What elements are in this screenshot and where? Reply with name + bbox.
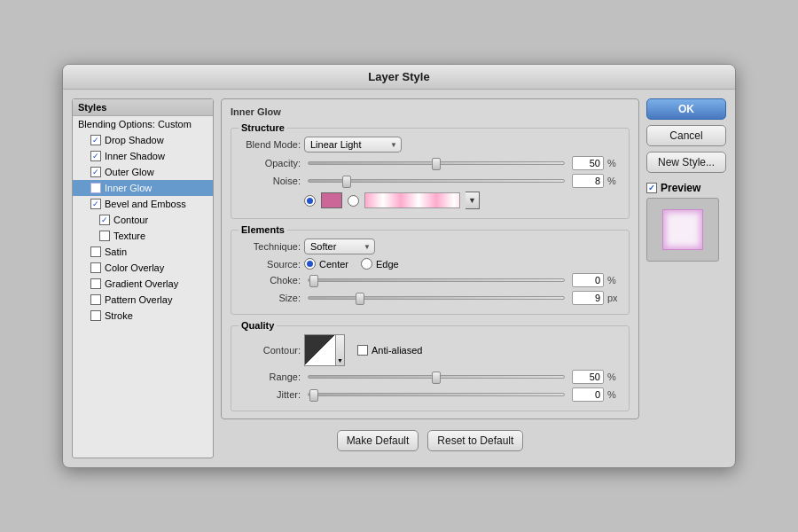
color-overlay-checkbox[interactable] [90, 262, 101, 273]
anti-aliased-checkbox[interactable] [357, 345, 368, 356]
sidebar: Styles Blending Options: Custom Drop Sha… [72, 98, 214, 458]
satin-checkbox[interactable] [90, 246, 101, 257]
source-label: Source: [239, 259, 301, 270]
contour-dropdown-arrow[interactable]: ▼ [336, 334, 345, 366]
blend-mode-select-wrapper[interactable]: Linear Light [304, 137, 402, 153]
contour-label: Contour [113, 215, 148, 225]
opacity-slider[interactable] [308, 161, 565, 165]
gradient-overlay-checkbox[interactable] [90, 278, 101, 289]
preview-label-row: Preview [646, 182, 726, 194]
anti-aliased-label: Anti-aliased [372, 345, 422, 356]
technique-select[interactable]: Softer [304, 239, 375, 254]
outer-glow-checkbox[interactable] [90, 167, 101, 177]
noise-label: Noise: [239, 176, 301, 186]
range-unit: % [607, 372, 622, 382]
source-edge-radio[interactable] [361, 258, 372, 270]
sidebar-item-contour[interactable]: Contour [73, 212, 213, 228]
stroke-label: Stroke [105, 310, 133, 321]
blend-mode-row: Blend Mode: Linear Light [239, 137, 622, 153]
anti-aliased-control: Anti-aliased [357, 345, 422, 356]
opacity-label: Opacity: [239, 158, 301, 168]
make-default-button[interactable]: Make Default [337, 430, 419, 451]
inner-shadow-checkbox[interactable] [90, 151, 101, 161]
drop-shadow-label: Drop Shadow [105, 135, 164, 145]
range-input[interactable]: 50 [572, 370, 604, 384]
technique-row: Technique: Softer [239, 239, 622, 254]
sidebar-item-stroke[interactable]: Stroke [73, 308, 213, 324]
sidebar-item-satin[interactable]: Satin [73, 244, 213, 260]
reset-to-default-button[interactable]: Reset to Default [427, 430, 523, 451]
stroke-checkbox[interactable] [90, 310, 101, 321]
sidebar-header: Styles [73, 99, 213, 116]
sidebar-item-outer-glow[interactable]: Outer Glow [73, 164, 213, 180]
choke-unit: % [607, 275, 622, 286]
jitter-thumb[interactable] [309, 389, 318, 402]
sidebar-item-texture[interactable]: Texture [73, 228, 213, 244]
size-thumb[interactable] [356, 293, 364, 305]
gradient-swatch[interactable] [364, 192, 460, 208]
blending-options-label: Blending Options: Custom [78, 119, 192, 129]
quality-legend: Quality [239, 320, 277, 331]
choke-input[interactable]: 0 [572, 273, 604, 287]
dialog-title: Layer Style [63, 65, 735, 90]
source-row: Source: Center Edge [239, 258, 622, 270]
ok-button[interactable]: OK [646, 98, 726, 120]
drop-shadow-checkbox[interactable] [90, 135, 101, 145]
cancel-button[interactable]: Cancel [646, 125, 726, 146]
choke-row: Choke: 0 % [239, 273, 622, 287]
pattern-overlay-label: Pattern Overlay [105, 294, 172, 305]
texture-checkbox[interactable] [99, 231, 110, 241]
sidebar-item-inner-shadow[interactable]: Inner Shadow [73, 148, 213, 164]
choke-slider[interactable] [308, 278, 565, 282]
size-input[interactable]: 9 [572, 291, 604, 305]
contour-checkbox[interactable] [99, 215, 110, 225]
range-label: Range: [239, 372, 301, 382]
inner-glow-label: Inner Glow [105, 183, 152, 193]
new-style-button[interactable]: New Style... [646, 152, 726, 173]
noise-input[interactable]: 8 [572, 174, 604, 188]
bevel-emboss-checkbox[interactable] [90, 199, 101, 209]
size-slider[interactable] [308, 296, 565, 300]
noise-thumb[interactable] [342, 176, 351, 188]
preview-thumbnail [662, 209, 703, 250]
range-slider[interactable] [308, 375, 565, 379]
noise-slider[interactable] [308, 179, 565, 183]
gradient-arrow[interactable]: ▼ [466, 192, 480, 209]
noise-row: Noise: 8 % [239, 174, 622, 188]
range-row: Range: 50 % [239, 370, 622, 384]
pattern-overlay-checkbox[interactable] [90, 294, 101, 305]
sidebar-item-drop-shadow[interactable]: Drop Shadow [73, 132, 213, 148]
sidebar-item-gradient-overlay[interactable]: Gradient Overlay [73, 276, 213, 292]
color-swatch[interactable] [321, 192, 342, 208]
noise-unit: % [607, 176, 622, 186]
contour-control: ▼ [304, 334, 345, 366]
contour-thumbnail[interactable] [304, 334, 336, 366]
technique-select-wrapper[interactable]: Softer [304, 239, 375, 254]
sidebar-item-inner-glow[interactable]: Inner Glow [73, 180, 213, 196]
layer-style-dialog: Layer Style Styles Blending Options: Cus… [62, 64, 736, 468]
inner-shadow-label: Inner Shadow [105, 151, 165, 161]
range-thumb[interactable] [432, 372, 441, 384]
sidebar-item-blending-options[interactable]: Blending Options: Custom [73, 116, 213, 132]
size-row: Size: 9 px [239, 291, 622, 305]
bottom-buttons: Make Default Reset to Default [221, 425, 639, 458]
jitter-slider[interactable] [308, 393, 565, 396]
sidebar-item-color-overlay[interactable]: Color Overlay [73, 260, 213, 276]
preview-checkbox[interactable] [646, 183, 657, 193]
structure-legend: Structure [239, 122, 287, 133]
sidebar-item-pattern-overlay[interactable]: Pattern Overlay [73, 292, 213, 308]
outer-glow-label: Outer Glow [105, 167, 154, 177]
preview-label-text: Preview [661, 182, 700, 194]
opacity-thumb[interactable] [432, 158, 441, 170]
sidebar-item-bevel-emboss[interactable]: Bevel and Emboss [73, 196, 213, 212]
source-center-radio[interactable] [304, 258, 316, 270]
elements-legend: Elements [239, 224, 287, 235]
right-buttons: OK Cancel New Style... Preview [646, 98, 726, 458]
choke-thumb[interactable] [309, 275, 318, 287]
solid-color-radio[interactable] [304, 195, 316, 207]
gradient-radio[interactable] [348, 195, 359, 207]
inner-glow-checkbox[interactable] [90, 183, 101, 193]
opacity-input[interactable]: 50 [572, 156, 604, 170]
blend-mode-select[interactable]: Linear Light [304, 137, 402, 153]
jitter-input[interactable]: 0 [572, 387, 604, 402]
